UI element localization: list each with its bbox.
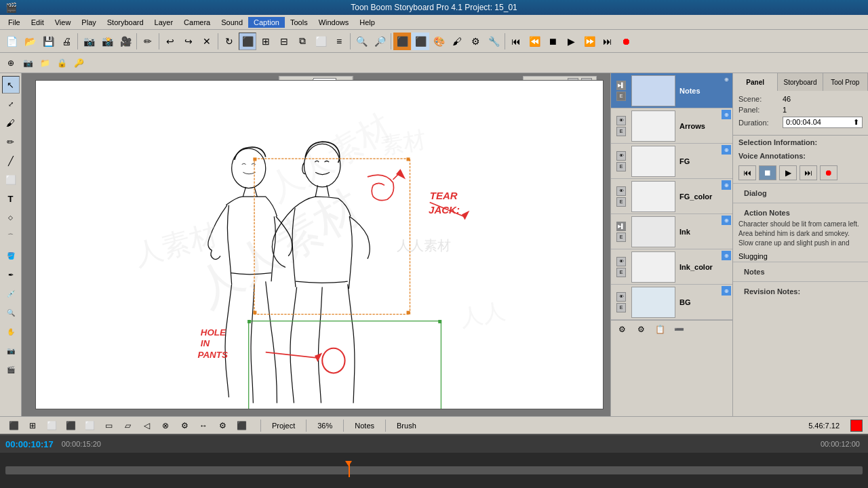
frame-button[interactable]: ⬜ (312, 33, 330, 50)
record-button[interactable]: ⏺ (617, 33, 635, 50)
layer-eye-bg[interactable]: 👁 (616, 292, 626, 302)
contour-tool[interactable]: ◇ (2, 209, 20, 226)
vc-rewind[interactable]: ⏮ (738, 165, 756, 180)
layer-clone-btn[interactable]: 📋 (652, 322, 668, 337)
rotate-cw-button[interactable]: ↻ (220, 33, 238, 50)
layer-vis-bg[interactable]: E (616, 303, 626, 312)
color3-button[interactable]: 🎨 (430, 33, 448, 50)
menu-camera[interactable]: Camera (178, 17, 216, 28)
layer-row-bg[interactable]: 👁 E BG ⊕ (611, 285, 732, 320)
camera-move-tool[interactable]: 📷 (2, 342, 20, 359)
menu-play[interactable]: Play (76, 17, 101, 28)
next-button[interactable]: ⏩ (580, 33, 598, 50)
layer-vis-arrows[interactable]: E (616, 127, 626, 136)
color5-button[interactable]: ⚙ (467, 33, 484, 50)
layer-eye-fg[interactable]: 👁 (616, 151, 626, 161)
zoom-in-button[interactable]: 🔍 (353, 33, 370, 50)
menu-sound[interactable]: Sound (216, 17, 248, 28)
capture2-button[interactable]: 📸 (98, 33, 116, 50)
color1-button[interactable]: ⬛ (393, 33, 411, 50)
vc-stop[interactable]: ⏹ (759, 165, 776, 180)
timeline-track[interactable] (5, 466, 863, 474)
sb-btn5[interactable]: ⬜ (81, 418, 98, 433)
tab-tool-prop[interactable]: Tool Prop (823, 73, 868, 91)
color2-button[interactable]: ⬛ (412, 33, 429, 50)
color6-button[interactable]: 🔧 (485, 33, 502, 50)
pencil-tool[interactable]: ✏ (2, 133, 20, 150)
layer-row-ink-color[interactable]: 👁 E Ink_color ⊕ (611, 249, 732, 285)
rewind-button[interactable]: ⏮ (507, 33, 525, 50)
sb-btn12[interactable]: ⚙ (214, 418, 231, 433)
play-button[interactable]: ▶ (562, 33, 580, 50)
color4-button[interactable]: 🖌 (448, 33, 466, 50)
sb-btn7[interactable]: ▱ (119, 418, 136, 433)
menu-tools[interactable]: Tools (285, 17, 313, 28)
sb-btn6[interactable]: ▭ (100, 418, 117, 433)
sb-btn13[interactable]: ⬛ (233, 418, 250, 433)
save-button[interactable]: 💾 (39, 33, 57, 50)
duration-arrows[interactable]: ⬆ (853, 118, 859, 127)
eraser-tool[interactable]: ⬜ (2, 171, 20, 188)
capture3-button[interactable]: 🎥 (117, 33, 134, 50)
layer-delete-btn[interactable]: ➖ (671, 322, 687, 337)
panel-merge-button[interactable]: ⧉ (294, 33, 311, 50)
redo-button[interactable]: ↪ (180, 33, 197, 50)
menu-windows[interactable]: Windows (313, 17, 355, 28)
layer-row-fg[interactable]: 👁 E FG ⊕ (611, 144, 732, 179)
pencil-tool-btn[interactable]: ✏ (139, 33, 157, 50)
panel-split-button[interactable]: ⊟ (275, 33, 293, 50)
vc-record[interactable]: ⏺ (820, 165, 837, 180)
transform-tool[interactable]: ⤢ (2, 95, 20, 113)
select-arrow-button[interactable]: ⬛ (239, 33, 256, 50)
menu-file[interactable]: File (3, 17, 26, 28)
scene-tool[interactable]: 🎬 (2, 361, 20, 378)
tb2-btn2[interactable]: 📷 (20, 56, 36, 70)
layer-eye-notes[interactable]: ▶▌ (616, 81, 626, 90)
prev-button[interactable]: ⏪ (526, 33, 543, 50)
tb2-btn3[interactable]: 📁 (37, 56, 53, 70)
sb-btn2[interactable]: ⊞ (24, 418, 41, 433)
sb-btn9[interactable]: ⊗ (157, 418, 174, 433)
layer-row-notes[interactable]: ▶▌ E Notes ⊕ (611, 73, 732, 108)
menu-view[interactable]: View (50, 17, 77, 28)
layer-eye-fg-color[interactable]: 👁 (616, 186, 626, 196)
print-button[interactable]: 🖨 (58, 33, 75, 50)
menu-help[interactable]: Help (354, 17, 380, 28)
layer-vis-ink[interactable]: E (616, 232, 626, 242)
new-button[interactable]: 📄 (3, 33, 20, 50)
eyedropper-tool[interactable]: 💉 (2, 285, 20, 302)
canvas-area[interactable]: Stage View ▼ ✕ Opacity ▼ 人人素材 人人素材 (22, 73, 610, 416)
tab-storyboard[interactable]: Storyboard (778, 73, 823, 91)
open-button[interactable]: 📂 (21, 33, 39, 50)
hand-tool[interactable]: ✋ (2, 323, 20, 340)
vc-fastfwd[interactable]: ⏭ (800, 165, 817, 180)
sb-btn11[interactable]: ↔ (195, 418, 212, 433)
menu-edit[interactable]: Edit (26, 17, 50, 28)
brush-tool[interactable]: 🖌 (2, 114, 20, 131)
duration-value[interactable]: 0:00:04.04 ⬆ (783, 117, 863, 128)
tb2-btn4[interactable]: 🔒 (54, 56, 70, 70)
text-tool[interactable]: T (2, 190, 20, 207)
delete-button[interactable]: ✕ (198, 33, 216, 50)
sb-btn4[interactable]: ⬛ (62, 418, 79, 433)
zoom-out-button[interactable]: 🔎 (371, 33, 389, 50)
layer-eye-ink-color[interactable]: 👁 (616, 257, 626, 266)
paint-tool[interactable]: 🪣 (2, 247, 20, 264)
layer-row-fg-color[interactable]: 👁 E FG_color ⊕ (611, 179, 732, 214)
stop-button[interactable]: ⏹ (544, 33, 561, 50)
layer-vis-notes[interactable]: E (616, 92, 626, 101)
layer-eye-arrows[interactable]: 👁 (616, 116, 626, 125)
timeline-body[interactable] (0, 453, 868, 488)
smooth-tool[interactable]: ⌒ (2, 228, 20, 245)
ink-tool[interactable]: ✒ (2, 266, 20, 283)
sb-btn10[interactable]: ⚙ (176, 418, 193, 433)
layer-vis-ink-color[interactable]: E (616, 268, 626, 277)
layer-settings-btn[interactable]: ⚙ (633, 322, 649, 337)
tb2-btn5[interactable]: 🔑 (71, 56, 87, 70)
layer-row-ink[interactable]: ▶▌ E Ink ⊕ (611, 214, 732, 249)
menu-caption[interactable]: Caption (248, 17, 285, 28)
grid-button[interactable]: ⊞ (257, 33, 275, 50)
fastfwd-button[interactable]: ⏭ (599, 33, 616, 50)
tab-panel[interactable]: Panel (733, 73, 778, 91)
sb-btn8[interactable]: ◁ (138, 418, 155, 433)
